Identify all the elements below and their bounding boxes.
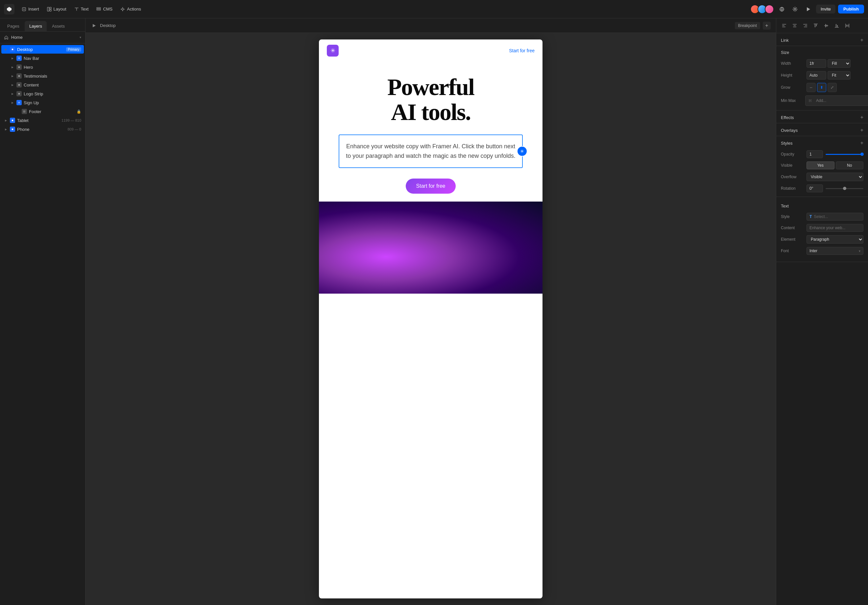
valign-bottom-btn[interactable]	[832, 21, 842, 30]
svg-rect-29	[849, 24, 849, 28]
canvas-area: Desktop Breakpoint + ✳ Start for free Po…	[85, 19, 776, 605]
preview-btn[interactable]	[803, 4, 814, 14]
rotation-input[interactable]	[806, 185, 823, 192]
grow-fill-btn[interactable]: ⤢	[828, 83, 837, 92]
cms-btn[interactable]: CMS	[93, 5, 116, 14]
svg-marker-9	[93, 24, 96, 27]
layer-item-testimonials[interactable]: ▶ ■ Testimonials	[1, 72, 84, 80]
align-center-btn[interactable]	[790, 21, 799, 30]
size-title: Size	[781, 50, 789, 55]
expand-icon-tablet[interactable]: ▶	[4, 118, 8, 122]
svg-rect-18	[804, 26, 807, 27]
expand-icon-navbar[interactable]: ▶	[11, 56, 14, 60]
layer-item-hero[interactable]: ▶ ■ Hero	[1, 63, 84, 71]
layer-item-signup[interactable]: ▶ ≡ Sign Up	[1, 98, 84, 107]
publish-button[interactable]: Publish	[838, 5, 864, 14]
grow-row: Grow ↔ ⬍ ⤢	[776, 81, 868, 94]
opacity-slider[interactable]	[826, 154, 863, 155]
styles-add-btn[interactable]: +	[860, 140, 863, 146]
width-input[interactable]	[806, 59, 826, 68]
actions-btn[interactable]: Actions	[117, 5, 144, 14]
topbar: Insert Layout Text CMS Actions Invite Pu…	[0, 0, 868, 19]
tab-pages[interactable]: Pages	[3, 21, 24, 31]
panel-tabs: Pages Layers Assets	[0, 19, 85, 31]
align-left-btn[interactable]	[780, 21, 789, 30]
text-btn[interactable]: Text	[71, 5, 92, 14]
canvas-viewport[interactable]: ✳ Start for free Powerful AI tools. Enha…	[85, 33, 776, 605]
valign-mid-btn[interactable]	[822, 21, 831, 30]
visible-no-btn[interactable]: No	[836, 161, 864, 169]
height-row: Height FitFixedFill	[776, 69, 868, 81]
svg-rect-3	[50, 9, 51, 11]
svg-rect-19	[814, 24, 818, 24]
layer-item-footer[interactable]: ▶ ⊞ Footer 🔒	[1, 107, 84, 116]
breakpoint-btn[interactable]: Breakpoint	[735, 22, 760, 29]
expand-icon-content[interactable]: ▶	[11, 83, 14, 87]
svg-point-7	[794, 8, 796, 10]
cta-button[interactable]: Start for free	[406, 178, 456, 194]
link-section: Link +	[776, 33, 868, 46]
layer-name-signup: Sign Up	[24, 100, 81, 105]
tab-assets[interactable]: Assets	[47, 21, 70, 31]
link-add-btn[interactable]: +	[860, 37, 863, 43]
element-select[interactable]: ParagraphH1H2Span	[806, 235, 863, 244]
text-title: Text	[781, 203, 789, 208]
settings-btn[interactable]	[790, 4, 800, 14]
style-placeholder: Select...	[814, 214, 828, 219]
play-btn[interactable]	[91, 22, 97, 29]
min-max-input[interactable]	[814, 97, 868, 104]
size-section: Size Width FillFixedFit Height Fit	[776, 46, 868, 110]
effects-add-btn[interactable]: +	[860, 115, 863, 120]
tab-layers[interactable]: Layers	[25, 21, 46, 31]
height-input[interactable]	[806, 71, 826, 79]
visible-yes-btn[interactable]: Yes	[806, 161, 834, 169]
expand-icon-phone[interactable]: ▶	[4, 127, 8, 131]
style-select[interactable]: T Select...	[806, 213, 863, 220]
distribute-btn[interactable]	[843, 21, 852, 30]
valign-top-btn[interactable]	[811, 21, 820, 30]
insert-btn[interactable]: Insert	[19, 5, 42, 14]
layer-item-navbar[interactable]: ▶ ≡ Nav Bar	[1, 54, 84, 62]
overflow-select[interactable]: VisibleHiddenScroll	[806, 173, 863, 181]
expand-icon-logostrip[interactable]: ▶	[11, 92, 14, 96]
expand-icon-testimonials[interactable]: ▶	[11, 74, 14, 78]
grow-fit-btn[interactable]: ⬍	[817, 83, 826, 92]
expand-icon-hero[interactable]: ▶	[11, 65, 14, 69]
layer-item-tablet[interactable]: ▶ ■ Tablet 1199 — 810	[1, 116, 84, 125]
home-row[interactable]: Home ▾	[0, 31, 85, 43]
frame-start-link[interactable]: Start for free	[509, 48, 535, 53]
rotation-label: Rotation	[781, 186, 804, 191]
layer-size-phone: 809 — 0	[67, 127, 81, 131]
invite-button[interactable]: Invite	[816, 5, 835, 14]
size-section-header: Size	[776, 46, 868, 57]
layout-btn[interactable]: Layout	[44, 5, 70, 14]
grow-horizontal-btn[interactable]: ↔	[806, 83, 816, 92]
content-input[interactable]	[806, 224, 863, 232]
expand-icon-signup[interactable]: ▶	[11, 101, 14, 105]
canvas-toolbar: Desktop Breakpoint +	[85, 19, 776, 33]
layer-item-desktop[interactable]: ▶ ■ Desktop Primary	[1, 45, 84, 54]
layer-item-content[interactable]: ▶ ■ Content	[1, 81, 84, 89]
hero-title-line1: Powerful	[339, 75, 523, 100]
logo-btn[interactable]	[4, 4, 14, 14]
rotation-thumb	[843, 187, 846, 190]
paragraph-box[interactable]: Enhance your website copy with Framer AI…	[339, 135, 523, 168]
expand-icon[interactable]: ▶	[4, 47, 8, 51]
add-breakpoint-btn[interactable]: +	[763, 22, 771, 29]
rotation-row: Rotation	[776, 183, 868, 194]
opacity-input[interactable]	[806, 150, 823, 158]
ai-badge[interactable]: ✳	[517, 146, 527, 157]
overlays-add-btn[interactable]: +	[860, 127, 863, 133]
font-select[interactable]: Inter ▾	[806, 247, 863, 255]
layer-item-logostrip[interactable]: ▶ ■ Logo Strip	[1, 90, 84, 98]
layer-item-phone[interactable]: ▶ ■ Phone 809 — 0	[1, 125, 84, 133]
globe-btn[interactable]	[777, 4, 787, 14]
width-fit-select[interactable]: FillFixedFit	[828, 59, 851, 68]
svg-rect-21	[816, 24, 817, 26]
layer-name-desktop: Desktop	[17, 47, 64, 52]
layer-icon-footer: ⊞	[22, 109, 27, 114]
rotation-slider[interactable]	[826, 188, 863, 189]
align-right-btn[interactable]	[801, 21, 810, 30]
layer-name-footer: Footer	[29, 109, 74, 114]
height-fit-select[interactable]: FitFixedFill	[828, 71, 851, 79]
